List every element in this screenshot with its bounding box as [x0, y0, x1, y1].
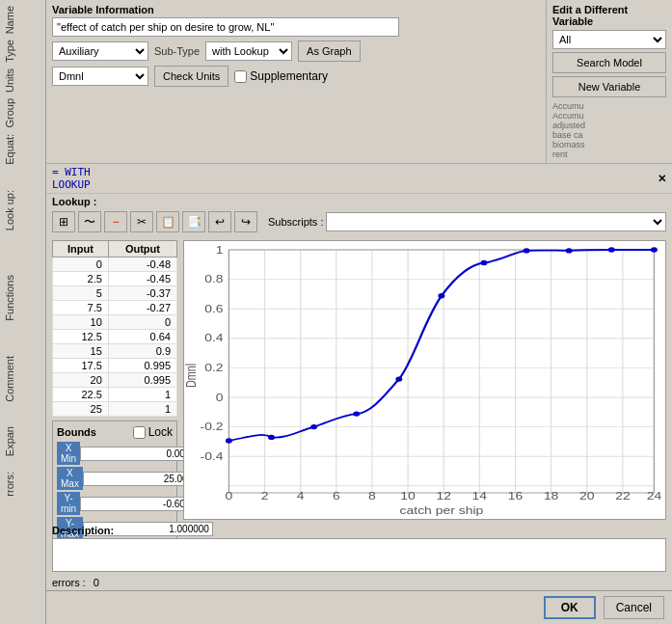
units-dropdown[interactable]: Dmnl: [52, 67, 148, 86]
svg-point-47: [268, 435, 275, 440]
search-model-button[interactable]: Search Model: [552, 52, 666, 73]
errors-row: errors : 0: [46, 575, 672, 590]
svg-text:0.4: 0.4: [204, 333, 223, 344]
svg-text:8: 8: [368, 491, 376, 502]
table-row: 150.9: [53, 344, 177, 359]
subscripts-dropdown[interactable]: [326, 212, 666, 231]
svg-text:0.6: 0.6: [204, 303, 223, 314]
scissors-tool-button[interactable]: ✂: [130, 211, 153, 232]
table-panel: Input Output 0-0.482.5-0.455-0.377.5-0.2…: [52, 240, 177, 520]
table-row: 5-0.37: [53, 286, 177, 301]
graph-panel: 1 0.8 0.6 0.4 0.2 0 -0.2 -0.4 0 2 4 6 8 …: [183, 240, 666, 520]
errors-value: 0: [94, 577, 99, 588]
close-icon[interactable]: ✕: [658, 173, 666, 185]
undo-tool-button[interactable]: ↩: [208, 211, 231, 232]
check-units-button[interactable]: Check Units: [154, 66, 228, 87]
svg-point-50: [395, 376, 402, 381]
table-row: 200.995: [53, 373, 177, 388]
svg-point-55: [608, 247, 615, 252]
sidebar-label-lookup: Look up:: [2, 188, 43, 232]
svg-point-56: [651, 247, 658, 252]
description-textarea[interactable]: [52, 538, 666, 572]
as-graph-button[interactable]: As Graph: [298, 41, 360, 62]
sidebar-label-errors: rrors:: [2, 470, 43, 499]
errors-label: errors :: [52, 577, 86, 588]
sidebar-label-comment: Comment: [2, 354, 43, 404]
table-row: 251: [53, 402, 177, 417]
svg-point-49: [353, 411, 360, 416]
table-row: 7.5-0.27: [53, 301, 177, 315]
svg-text:10: 10: [400, 491, 416, 502]
svg-text:Dmnl: Dmnl: [184, 364, 199, 388]
svg-text:16: 16: [508, 491, 524, 502]
type-dropdown[interactable]: Auxiliary: [52, 41, 148, 61]
svg-text:20: 20: [579, 491, 595, 502]
paste-tool-button[interactable]: 📑: [182, 211, 205, 232]
x-min-row: X Min: [57, 442, 173, 465]
minus-tool-button[interactable]: −: [104, 211, 127, 232]
svg-text:6: 6: [333, 491, 340, 502]
table-row: 17.50.995: [53, 359, 177, 373]
table-row: 100: [53, 315, 177, 330]
copy-tool-button[interactable]: 📋: [156, 211, 179, 232]
svg-text:1: 1: [216, 244, 224, 256]
svg-point-54: [566, 248, 573, 253]
toolbar: ⊞ 〜 − ✂ 📋 📑 ↩ ↪ Subscripts :: [46, 209, 672, 234]
lookup-section-label: Lookup :: [46, 194, 672, 209]
svg-text:-0.4: -0.4: [201, 450, 224, 462]
bottom-buttons: OK Cancel: [46, 590, 672, 624]
svg-text:0: 0: [226, 491, 233, 502]
sidebar-label-type: Type: [2, 38, 43, 65]
lock-checkbox[interactable]: [133, 426, 146, 439]
col-input: Input: [53, 241, 109, 258]
svg-text:18: 18: [544, 491, 559, 502]
sidebar-label-equation: Equat:: [2, 132, 43, 167]
sidebar-label-functions: Functions: [2, 273, 43, 323]
edit-title: Edit a Different Variable: [552, 4, 666, 27]
svg-text:12: 12: [436, 491, 451, 502]
svg-text:0.2: 0.2: [204, 362, 223, 373]
supplementary-checkbox-label[interactable]: Supplementary: [234, 69, 328, 83]
redo-tool-button[interactable]: ↪: [234, 211, 257, 232]
name-field[interactable]: [52, 17, 399, 37]
svg-text:22: 22: [615, 491, 631, 502]
y-min-label: Y-min: [57, 492, 80, 515]
svg-text:24: 24: [647, 491, 662, 502]
edit-all-dropdown[interactable]: All: [552, 30, 666, 49]
svg-point-52: [481, 260, 488, 265]
svg-point-46: [226, 438, 232, 443]
x-max-label: X Max: [57, 467, 83, 490]
svg-text:4: 4: [297, 491, 305, 502]
cancel-button[interactable]: Cancel: [604, 596, 664, 619]
data-table: Input Output 0-0.482.5-0.455-0.377.5-0.2…: [52, 240, 177, 417]
svg-point-51: [438, 293, 444, 298]
svg-text:14: 14: [472, 491, 488, 502]
subtype-label: Sub-Type: [154, 45, 200, 57]
supplementary-checkbox[interactable]: [234, 70, 247, 83]
new-variable-button[interactable]: New Variable: [552, 76, 666, 97]
col-output: Output: [108, 241, 176, 258]
svg-point-53: [524, 248, 530, 253]
grid-tool-button[interactable]: ⊞: [52, 211, 75, 232]
table-row: 22.51: [53, 388, 177, 402]
sidebar-label-units: Units: [2, 67, 43, 95]
curve-tool-button[interactable]: 〜: [78, 211, 101, 232]
subtype-dropdown[interactable]: with Lookup: [205, 41, 292, 61]
table-row: 2.5-0.45: [53, 272, 177, 286]
description-label: Description:: [52, 525, 666, 536]
svg-text:2: 2: [261, 491, 269, 502]
svg-text:-0.2: -0.2: [201, 421, 224, 433]
sidebar-label-group: Group: [2, 96, 43, 130]
var-info-title: Variable Information: [52, 4, 540, 15]
table-row: 12.50.64: [53, 330, 177, 344]
main-dialog: Variable Information Auxiliary Sub-Type …: [46, 0, 672, 624]
right-sidebar-text: AccumuAccumuadjustedbase cabiomassrent: [552, 101, 666, 159]
ok-button[interactable]: OK: [544, 596, 596, 619]
left-sidebar: Name Type Units Group Equat: Look up: Fu…: [0, 0, 46, 624]
table-row: 0-0.48: [53, 258, 177, 272]
description-section: Description:: [46, 522, 672, 575]
graph-svg: 1 0.8 0.6 0.4 0.2 0 -0.2 -0.4 0 2 4 6 8 …: [184, 241, 665, 519]
x-min-label: X Min: [57, 442, 80, 465]
lock-checkbox-label[interactable]: Lock: [133, 425, 173, 439]
subscripts-label: Subscripts :: [268, 216, 323, 228]
